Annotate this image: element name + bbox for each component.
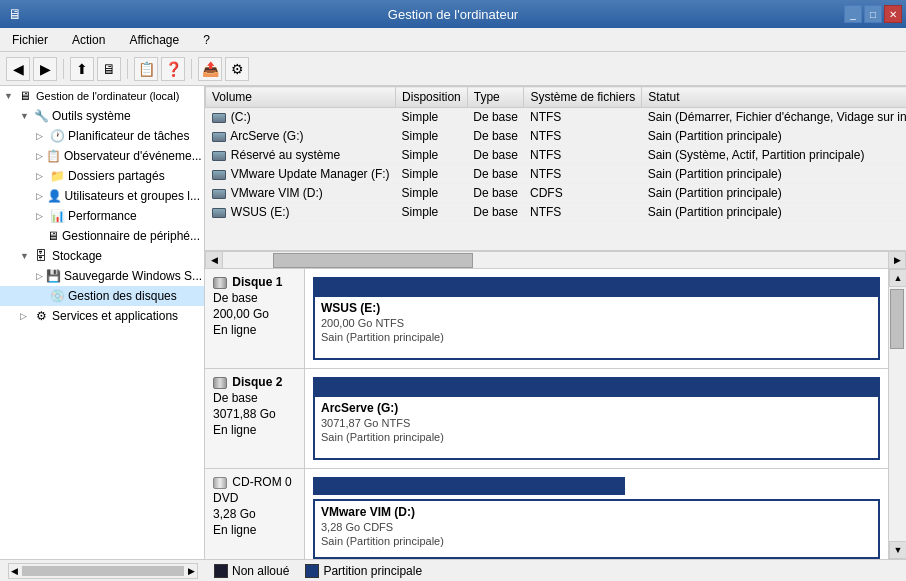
- cell-fs: NTFS: [524, 165, 642, 184]
- v-scroll-track[interactable]: [889, 287, 906, 541]
- forward-button[interactable]: ▶: [33, 57, 57, 81]
- sidebar-perf-label: Performance: [68, 209, 137, 223]
- maximize-button[interactable]: □: [864, 5, 882, 23]
- up-button[interactable]: ⬆: [70, 57, 94, 81]
- sidebar-scroll-right[interactable]: ▶: [186, 566, 197, 576]
- scroll-thumb[interactable]: [273, 253, 473, 268]
- sidebar-item-disques[interactable]: 💿 Gestion des disques: [0, 286, 204, 306]
- horizontal-scrollbar[interactable]: ◀ ▶: [205, 251, 906, 269]
- cell-volume: VMware VIM (D:): [206, 184, 396, 203]
- minimize-button[interactable]: _: [844, 5, 862, 23]
- sidebar-scroll-left[interactable]: ◀: [9, 566, 20, 576]
- menu-aide[interactable]: ?: [199, 31, 214, 49]
- sidebar-item-utilisateurs[interactable]: ▷ 👤 Utilisateurs et groupes l...: [0, 186, 204, 206]
- sidebar-item-root[interactable]: ▼ 🖥 Gestion de l'ordinateur (local): [0, 86, 204, 106]
- table-row[interactable]: VMware VIM (D:) Simple De base CDFS Sain…: [206, 184, 907, 203]
- table-row[interactable]: WSUS (E:) Simple De base NTFS Sain (Part…: [206, 203, 907, 222]
- menu-fichier[interactable]: Fichier: [8, 31, 52, 49]
- table-row[interactable]: Réservé au système Simple De base NTFS S…: [206, 146, 907, 165]
- settings-button[interactable]: ⚙: [225, 57, 249, 81]
- scroll-track[interactable]: [223, 252, 888, 268]
- vertical-scrollbar[interactable]: ▲ ▼: [888, 269, 906, 559]
- sauv-icon: 💾: [46, 268, 61, 284]
- sidebar-item-performance[interactable]: ▷ 📊 Performance: [0, 206, 204, 226]
- sidebar-sauv-label: Sauvegarde Windows S...: [64, 269, 202, 283]
- disk-1-partition-size: 200,00 Go NTFS: [321, 317, 872, 329]
- col-volume[interactable]: Volume: [206, 87, 396, 108]
- scroll-down-button[interactable]: ▼: [889, 541, 906, 559]
- disk-1-info: Disque 1 De base 200,00 Go En ligne: [205, 269, 305, 368]
- cell-volume: ArcServe (G:): [206, 127, 396, 146]
- menu-action[interactable]: Action: [68, 31, 109, 49]
- sidebar-serv-label: Services et applications: [52, 309, 178, 323]
- sidebar-item-stockage[interactable]: ▼ 🗄 Stockage: [0, 246, 204, 266]
- serv-icon: ⚙: [33, 308, 49, 324]
- planif-icon: 🕐: [49, 128, 65, 144]
- disk-2-name: Disque 2: [213, 375, 296, 389]
- disk-2-partition-header: [315, 379, 878, 397]
- disq-icon: 💿: [49, 288, 65, 304]
- disk-panel-2: Disque 2 De base 3071,88 Go En ligne Arc…: [205, 369, 888, 469]
- title-bar: 🖥 Gestion de l'ordinateur _ □ ✕: [0, 0, 906, 28]
- main-layout: ▼ 🖥 Gestion de l'ordinateur (local) ▼ 🔧 …: [0, 86, 906, 559]
- gest-icon: 🖥: [47, 228, 59, 244]
- scroll-left-button[interactable]: ◀: [205, 251, 223, 269]
- expand-icon-util: ▷: [36, 191, 44, 201]
- table-row[interactable]: (C:) Simple De base NTFS Sain (Démarrer,…: [206, 108, 907, 127]
- col-statut[interactable]: Statut: [642, 87, 906, 108]
- toolbar: ◀ ▶ ⬆ 🖥 📋 ❓ 📤 ⚙: [0, 52, 906, 86]
- properties-button[interactable]: 📋: [134, 57, 158, 81]
- disk-1-size: 200,00 Go: [213, 307, 296, 321]
- outils-icon: 🔧: [33, 108, 49, 124]
- sidebar-scroll-thumb[interactable]: [22, 566, 184, 576]
- computer-icon: 🖥: [17, 88, 33, 104]
- cell-disposition: Simple: [396, 146, 468, 165]
- menu-affichage[interactable]: Affichage: [125, 31, 183, 49]
- perf-icon: 📊: [49, 208, 65, 224]
- sidebar-bottom-scroll[interactable]: ◀ ▶: [8, 563, 198, 579]
- cell-fs: NTFS: [524, 127, 642, 146]
- disk-2-status: En ligne: [213, 423, 296, 437]
- sidebar-item-outils[interactable]: ▼ 🔧 Outils système: [0, 106, 204, 126]
- sidebar-item-sauvegarde[interactable]: ▷ 💾 Sauvegarde Windows S...: [0, 266, 204, 286]
- col-disposition[interactable]: Disposition: [396, 87, 468, 108]
- table-row[interactable]: VMware Update Manager (F:) Simple De bas…: [206, 165, 907, 184]
- disk-2-partition-status: Sain (Partition principale): [321, 431, 872, 443]
- sidebar: ▼ 🖥 Gestion de l'ordinateur (local) ▼ 🔧 …: [0, 86, 205, 559]
- vol-icon: [212, 151, 226, 161]
- cdrom-partition[interactable]: VMware VIM (D:) 3,28 Go CDFS Sain (Parti…: [313, 499, 880, 559]
- vol-icon: [212, 208, 226, 218]
- sidebar-dos-label: Dossiers partagés: [68, 169, 165, 183]
- back-button[interactable]: ◀: [6, 57, 30, 81]
- disk-2-partition-1[interactable]: ArcServe (G:) 3071,87 Go NTFS Sain (Part…: [313, 377, 880, 460]
- expand-icon-obs: ▷: [36, 151, 43, 161]
- sidebar-item-observateur[interactable]: ▷ 📋 Observateur d'événeme...: [0, 146, 204, 166]
- export-button[interactable]: 📤: [198, 57, 222, 81]
- dos-icon: 📁: [49, 168, 65, 184]
- cell-statut: Sain (Système, Actif, Partition principa…: [642, 146, 906, 165]
- sidebar-item-planificateur[interactable]: ▷ 🕐 Planificateur de tâches: [0, 126, 204, 146]
- disk-1-type: De base: [213, 291, 296, 305]
- scroll-right-button[interactable]: ▶: [888, 251, 906, 269]
- col-fs[interactable]: Système de fichiers: [524, 87, 642, 108]
- show-hide-button[interactable]: 🖥: [97, 57, 121, 81]
- help-button[interactable]: ❓: [161, 57, 185, 81]
- legend-non-alloue-label: Non alloué: [232, 564, 289, 578]
- status-bar: ◀ ▶ Non alloué Partition principale: [0, 559, 906, 581]
- disk-2-info: Disque 2 De base 3071,88 Go En ligne: [205, 369, 305, 468]
- sidebar-item-services[interactable]: ▷ ⚙ Services et applications: [0, 306, 204, 326]
- cdrom-icon: [213, 477, 227, 489]
- disk-1-partition-1[interactable]: WSUS (E:) 200,00 Go NTFS Sain (Partition…: [313, 277, 880, 360]
- table-row[interactable]: ArcServe (G:) Simple De base NTFS Sain (…: [206, 127, 907, 146]
- cdrom-info: CD-ROM 0 DVD 3,28 Go En ligne: [205, 469, 305, 559]
- cell-fs: NTFS: [524, 108, 642, 127]
- col-type[interactable]: Type: [467, 87, 524, 108]
- cell-statut: Sain (Démarrer, Fichier d'échange, Vidag…: [642, 108, 906, 127]
- sidebar-gest-label: Gestionnaire de périphé...: [62, 229, 200, 243]
- close-button[interactable]: ✕: [884, 5, 902, 23]
- sidebar-item-gestionnaire[interactable]: 🖥 Gestionnaire de périphé...: [0, 226, 204, 246]
- scroll-up-button[interactable]: ▲: [889, 269, 906, 287]
- menu-bar: Fichier Action Affichage ?: [0, 28, 906, 52]
- sidebar-item-dossiers[interactable]: ▷ 📁 Dossiers partagés: [0, 166, 204, 186]
- v-scroll-thumb[interactable]: [890, 289, 904, 349]
